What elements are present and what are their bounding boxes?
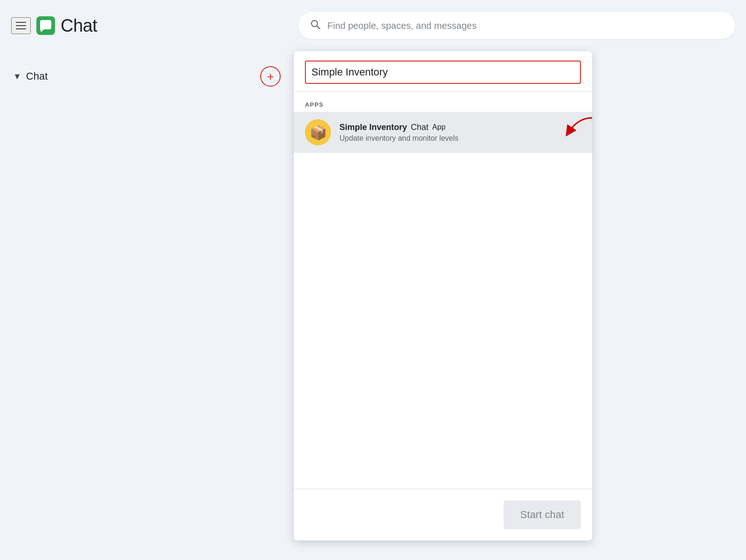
dropdown-footer: Start chat: [294, 489, 592, 540]
dropdown-search-area: [294, 51, 592, 92]
app-name-bold: Simple Inventory: [339, 123, 407, 132]
svg-line-2: [317, 26, 320, 29]
google-chat-logo: [36, 16, 55, 35]
header-left: Chat: [11, 16, 291, 36]
red-arrow-annotation: [555, 116, 592, 143]
apps-section-label: APPS: [294, 92, 592, 112]
chevron-down-icon: ▼: [13, 72, 21, 82]
new-chat-search-input[interactable]: [305, 61, 581, 84]
sidebar-chat-label: ▼ Chat: [13, 70, 48, 82]
sidebar: ▼ Chat +: [0, 51, 294, 560]
app-result-item[interactable]: 📦 Simple Inventory Chat App Update inven…: [294, 112, 592, 153]
plus-icon: +: [267, 70, 274, 82]
app-icon: 📦: [305, 119, 331, 145]
app-name-chat: Chat: [411, 123, 428, 132]
search-icon: [310, 19, 321, 33]
chat-section-title: Chat: [26, 70, 48, 82]
app-info: Simple Inventory Chat App Update invento…: [339, 123, 581, 143]
app-type-badge: App: [432, 123, 445, 131]
app-name-line: Simple Inventory Chat App: [339, 123, 581, 132]
package-icon: 📦: [310, 124, 327, 141]
main-layout: ▼ Chat + APPS 📦 Simple Inventory Chat: [0, 51, 746, 560]
search-bar[interactable]: Find people, spaces, and messages: [298, 12, 735, 39]
sidebar-chat-section: ▼ Chat +: [7, 62, 286, 90]
new-chat-dropdown: APPS 📦 Simple Inventory Chat App Update …: [294, 51, 592, 540]
header: Chat Find people, spaces, and messages: [0, 0, 746, 51]
start-chat-button[interactable]: Start chat: [504, 500, 581, 529]
hamburger-menu-button[interactable]: [11, 17, 31, 34]
add-chat-button[interactable]: +: [260, 66, 281, 87]
app-title: Chat: [61, 16, 97, 36]
app-description: Update inventory and monitor levels: [339, 134, 581, 143]
search-placeholder-text: Find people, spaces, and messages: [327, 20, 477, 31]
